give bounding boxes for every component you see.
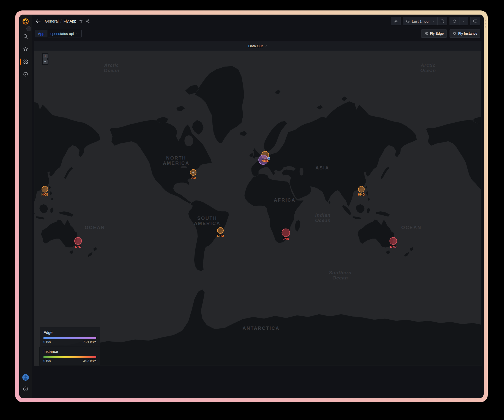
map-label: OCEAN (401, 225, 421, 230)
submenu-bar: App openstatus-api Fly Edge (32, 28, 484, 39)
time-picker-group: Last 1 hour (403, 17, 447, 25)
tv-mode-button[interactable] (470, 17, 480, 25)
legend-max: 7.21 kB/s (83, 340, 96, 344)
map-label: ANTARCTICA (243, 326, 280, 331)
clock-icon (406, 19, 410, 23)
sidebar: › (19, 15, 32, 398)
map-marker-jnb[interactable] (282, 229, 290, 237)
map-marker-syd[interactable] (75, 237, 82, 245)
panel-header[interactable]: Data Out (34, 41, 481, 51)
star-dashboard-button[interactable] (79, 19, 83, 23)
share-icon (86, 19, 90, 23)
map-marker-inner-dot (192, 172, 194, 173)
frame-dots (485, 20, 486, 28)
map-label: ArcticOcean (104, 63, 119, 73)
sidebar-item-search[interactable] (19, 30, 32, 43)
map-label: IndianOcean (315, 213, 331, 223)
map-label: SOUTHAMERICA (194, 216, 221, 226)
apps-grid-icon (453, 32, 456, 35)
legend-section-edge: Edge 0 B/s 7.21 kB/s (40, 327, 100, 346)
link-label: Fly Instance (458, 32, 477, 35)
map-marker-label: AMS (262, 159, 269, 162)
star-outline-icon (79, 19, 83, 23)
map-label: OCEAN (85, 225, 105, 230)
legend-title: Edge (43, 330, 96, 335)
map-marker-hkg[interactable] (358, 186, 365, 192)
nav-actions: Last 1 hour (391, 17, 480, 25)
compass-icon (23, 72, 28, 77)
apps-grid-icon (424, 32, 428, 35)
page-title: Fly App (64, 19, 76, 23)
share-dashboard-button[interactable] (86, 19, 90, 23)
sidebar-item-dashboards[interactable] (19, 55, 32, 68)
variable-value-dropdown[interactable]: openstatus-api (48, 30, 82, 37)
map-zoom-in-button[interactable]: + (43, 54, 48, 59)
breadcrumb-separator: / (61, 19, 62, 23)
map-marker-label: SYD (390, 245, 397, 248)
dashboards-grid-icon (23, 59, 28, 64)
map-label: SouthernOcean (329, 270, 351, 281)
map-legend: Edge 0 B/s 7.21 kB/s Instance 0 B/s (40, 327, 100, 365)
refresh-icon (452, 19, 457, 23)
link-label: Fly Edge (430, 32, 444, 35)
sidebar-footer: ? (22, 374, 29, 398)
legend-section-instance: Instance 0 B/s 34.3 kB/s (40, 346, 100, 365)
top-nav: General / Fly App (32, 15, 484, 28)
arrow-left-icon (35, 18, 41, 24)
legend-title: Instance (43, 349, 96, 354)
map-marker-label: IAD (190, 176, 196, 179)
legend-max: 34.3 kB/s (83, 359, 96, 363)
link-fly-instance[interactable]: Fly Instance (450, 29, 480, 38)
grafana-window: › (19, 15, 484, 398)
main-area: General / Fly App (32, 15, 484, 398)
time-range-label: Last 1 hour (412, 19, 430, 23)
gear-icon (394, 19, 398, 23)
svg-text:?: ? (24, 388, 26, 391)
map-label: ArcticOcean (420, 63, 436, 73)
panel-title: Data Out (248, 44, 262, 48)
map-marker-hkg[interactable] (42, 186, 48, 192)
active-indicator (20, 59, 21, 65)
refresh-interval-dropdown[interactable] (459, 17, 468, 25)
chevron-down-icon (462, 20, 465, 23)
map-canvas[interactable]: ArcticOceanArcticOceanNORTHAMERICAASIAAF… (34, 51, 481, 366)
user-avatar[interactable] (22, 374, 29, 381)
dashboard-settings-button[interactable] (391, 17, 401, 25)
map-marker-label: HKG (358, 193, 365, 196)
chevron-down-icon (76, 32, 79, 35)
time-zoom-out-button[interactable] (438, 17, 447, 25)
sidebar-item-starred[interactable] (19, 43, 32, 55)
map-label: NORTHAMERICA (163, 155, 190, 166)
star-icon (23, 46, 28, 52)
map-marker-label: JNB (283, 237, 289, 240)
world-map: ArcticOceanArcticOceanNORTHAMERICAASIAAF… (34, 51, 481, 366)
breadcrumb: General / Fly App (45, 19, 76, 23)
map-marker-label: SYD (75, 245, 81, 248)
breadcrumb-folder[interactable]: General (45, 19, 59, 23)
window-frame: › (15, 10, 488, 402)
map-label: AFRICA (274, 197, 295, 203)
geomap-panel: Data Out (34, 41, 481, 366)
map-marker-label: HKG (41, 193, 48, 196)
help-icon[interactable]: ? (23, 386, 29, 392)
sidebar-item-explore[interactable] (19, 68, 32, 81)
sidebar-expand-button[interactable]: › (26, 26, 31, 31)
back-button[interactable] (35, 18, 41, 24)
legend-min: 0 B/s (43, 340, 51, 344)
map-zoom-out-button[interactable]: − (43, 59, 48, 64)
grafana-logo-icon[interactable] (22, 18, 29, 25)
time-range-picker[interactable]: Last 1 hour (403, 17, 438, 25)
monitor-icon (473, 19, 478, 24)
link-fly-edge[interactable]: Fly Edge (421, 29, 447, 38)
variable-label: App (35, 30, 47, 37)
map-marker-gru[interactable] (217, 227, 223, 234)
map-marker-label: GRU (217, 234, 224, 237)
variable-value: openstatus-api (50, 32, 74, 36)
zoom-out-icon (440, 19, 445, 23)
legend-min: 0 B/s (43, 359, 51, 363)
map-marker-syd[interactable] (390, 237, 397, 245)
refresh-button[interactable] (450, 17, 459, 25)
chevron-down-icon (264, 44, 267, 48)
map-zoom-control: + − (42, 53, 49, 65)
refresh-group (450, 17, 468, 25)
